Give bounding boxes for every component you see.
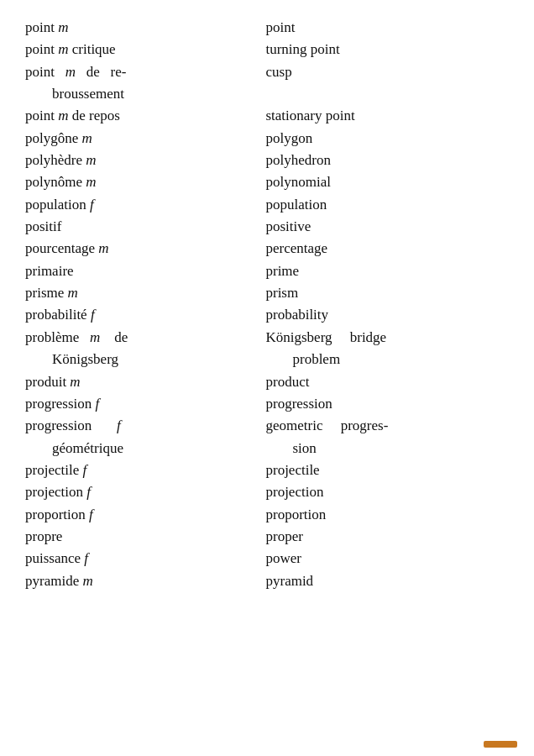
entry-progression-geometrique: progression f géométrique geometric prog… (25, 415, 509, 459)
entry-polynome: polynôme m polynomial (25, 171, 509, 193)
entry-produit: produit m product (25, 371, 509, 393)
entry-pourcentage: pourcentage m percentage (25, 238, 509, 260)
entry-projectile: projectile f projectile (25, 459, 509, 481)
entry-puissance: puissance f power (25, 548, 509, 570)
entry-left-pourcentage: pourcentage m (25, 238, 257, 260)
orange-line (484, 741, 517, 748)
entry-right-progression-geo-line1: geometric progres- (265, 415, 509, 437)
entry-left-prisme: prisme m (25, 282, 257, 304)
dictionary-page: point m point point m critique turning p… (25, 17, 509, 592)
entry-point-repos: point m de repos stationary point (25, 105, 509, 127)
entry-left-point: point m (25, 17, 257, 39)
entry-right-probabilite: probability (257, 304, 509, 326)
entry-left-polygone: polygône m (25, 128, 257, 150)
entry-left-rebroussement-line2: broussement (25, 83, 249, 105)
entry-positif: positif positive (25, 216, 509, 238)
entry-population: population f population (25, 194, 509, 216)
entry-left-probleme-line2: Königsberg (25, 349, 249, 370)
entry-right-point: point (257, 17, 509, 39)
entry-right-projectile: projectile (257, 459, 509, 481)
entry-left-progression-geo: progression f géométrique (25, 415, 257, 459)
entry-right-positif: positive (257, 216, 509, 238)
entry-progression: progression f progression (25, 393, 509, 415)
entry-left-puissance: puissance f (25, 548, 257, 570)
entry-left-progression-geo-line1: progression f (25, 415, 249, 437)
entry-right-probleme-line1: Königsberg bridge (265, 327, 509, 349)
entry-left-probabilite: probabilité f (25, 304, 257, 326)
entry-right-progression-geo-line2: sion (265, 438, 509, 459)
entry-right-probleme-line2: problem (265, 349, 509, 370)
entry-right-pourcentage: percentage (257, 238, 509, 260)
entry-left-produit: produit m (25, 371, 257, 393)
entry-polygone: polygône m polygon (25, 128, 509, 150)
entry-right-polynome: polynomial (257, 171, 509, 193)
entry-projection: projection f projection (25, 481, 509, 503)
entry-left-projectile: projectile f (25, 459, 257, 481)
entry-left-rebroussement: point m de re- broussement (25, 61, 257, 106)
entry-left-primaire: primaire (25, 260, 257, 282)
entry-left-propre: propre (25, 526, 257, 548)
entry-right-puissance: power (257, 548, 509, 570)
entry-right-proportion: proportion (257, 504, 509, 526)
entry-right-rebroussement: cusp (257, 61, 509, 106)
entry-right-pyramide: pyramid (257, 570, 509, 592)
entry-probabilite: probabilité f probability (25, 304, 509, 326)
entry-left-progression-geo-line2: géométrique (25, 438, 249, 459)
entry-proportion: proportion f proportion (25, 504, 509, 526)
entry-left-point-critique: point m critique (25, 39, 257, 60)
entry-right-prisme: prism (257, 282, 509, 304)
entry-left-positif: positif (25, 216, 257, 238)
entry-right-point-repos: stationary point (257, 105, 509, 127)
entry-point-critique: point m critique turning point (25, 39, 509, 60)
page-mark (484, 741, 517, 748)
entry-left-proportion: proportion f (25, 504, 257, 526)
entry-rebroussement: point m de re- broussement cusp (25, 61, 509, 106)
entry-right-progression: progression (257, 393, 509, 415)
entry-right-progression-geo: geometric progres- sion (257, 415, 509, 459)
entry-left-projection: projection f (25, 481, 257, 503)
entry-polyhedre: polyhèdre m polyhedron (25, 150, 509, 171)
entry-left-probleme-konigsberg: problème m de Königsberg (25, 327, 257, 371)
entry-left-point-repos: point m de repos (25, 105, 257, 127)
entry-right-rebroussement-line1: cusp (265, 61, 509, 83)
entry-left-polynome: polynôme m (25, 171, 257, 193)
entry-left-rebroussement-line1: point m de re- (25, 61, 249, 83)
entry-prisme: prisme m prism (25, 282, 509, 304)
entry-right-polyhedre: polyhedron (257, 150, 509, 171)
entry-primaire: primaire prime (25, 260, 509, 282)
entry-left-population: population f (25, 194, 257, 216)
entry-propre: propre proper (25, 526, 509, 548)
entry-right-produit: product (257, 371, 509, 393)
entry-right-point-critique: turning point (257, 39, 509, 60)
entry-left-progression: progression f (25, 393, 257, 415)
entry-probleme-konigsberg: problème m de Königsberg Königsberg brid… (25, 327, 509, 371)
entry-right-propre: proper (257, 526, 509, 548)
entry-right-primaire: prime (257, 260, 509, 282)
entry-right-population: population (257, 194, 509, 216)
entry-right-projection: projection (257, 481, 509, 503)
entry-left-probleme-line1: problème m de (25, 327, 249, 349)
entry-left-pyramide: pyramide m (25, 570, 257, 592)
entry-pyramide: pyramide m pyramid (25, 570, 509, 592)
entry-point: point m point (25, 17, 509, 39)
entry-right-polygone: polygon (257, 128, 509, 150)
entry-right-probleme-konigsberg: Königsberg bridge problem (257, 327, 509, 371)
entry-left-polyhedre: polyhèdre m (25, 150, 257, 171)
